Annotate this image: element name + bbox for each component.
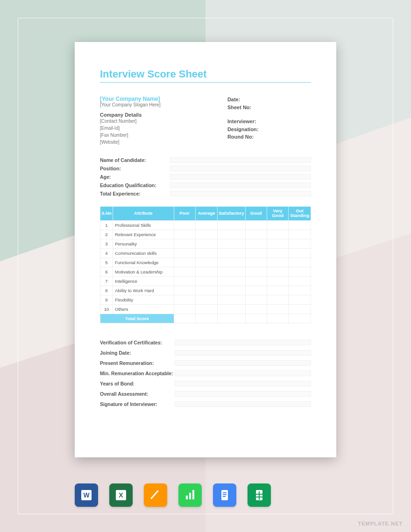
- field-input[interactable]: [175, 381, 311, 386]
- score-cell[interactable]: [174, 304, 195, 314]
- field-input[interactable]: [175, 350, 311, 356]
- score-cell[interactable]: [195, 248, 217, 258]
- cell-attribute: Relevant Experience: [113, 230, 174, 239]
- cell-attribute: Motivation & Leadership: [113, 267, 174, 276]
- score-cell[interactable]: [267, 258, 288, 267]
- score-cell[interactable]: [218, 230, 245, 239]
- field-label: Total Experience:: [100, 191, 170, 196]
- score-cell[interactable]: [174, 276, 195, 286]
- score-cell[interactable]: [289, 239, 311, 248]
- score-cell[interactable]: [195, 230, 217, 239]
- score-cell[interactable]: [267, 239, 288, 248]
- score-cell[interactable]: [218, 248, 245, 258]
- score-cell[interactable]: [245, 286, 267, 295]
- score-cell[interactable]: [289, 267, 311, 276]
- score-cell[interactable]: [174, 220, 195, 230]
- score-cell[interactable]: [245, 267, 267, 276]
- score-cell[interactable]: [289, 248, 311, 258]
- score-cell[interactable]: [218, 220, 245, 230]
- score-cell[interactable]: [174, 258, 195, 267]
- app-icons-row: WX: [75, 483, 271, 507]
- score-cell[interactable]: [195, 258, 217, 267]
- score-cell[interactable]: [218, 295, 245, 304]
- score-cell[interactable]: [289, 230, 311, 239]
- score-cell[interactable]: [289, 286, 311, 295]
- field-input[interactable]: [170, 191, 311, 196]
- table-header: S.No: [100, 207, 113, 221]
- score-cell[interactable]: [195, 304, 217, 314]
- score-cell[interactable]: [195, 276, 217, 286]
- form-field: Signature of Interviewer:: [100, 399, 311, 409]
- word-icon[interactable]: W: [75, 483, 98, 507]
- company-detail: [Website]: [100, 139, 209, 146]
- field-input[interactable]: [170, 182, 311, 188]
- score-cell[interactable]: [218, 276, 245, 286]
- field-input[interactable]: [175, 401, 311, 407]
- score-cell[interactable]: [245, 230, 267, 239]
- score-cell[interactable]: [289, 295, 311, 304]
- score-cell[interactable]: [267, 220, 288, 230]
- field-label: Min. Remuneration Acceptable:: [100, 371, 175, 376]
- score-cell[interactable]: [289, 276, 311, 286]
- table-header: Attribute: [113, 207, 174, 221]
- cell-sn: 4: [100, 248, 113, 258]
- table-row: 4Communication skills: [100, 248, 311, 258]
- candidate-fields: Name of Candidate:Position:Age:Education…: [100, 156, 311, 198]
- score-cell[interactable]: [195, 220, 217, 230]
- score-cell[interactable]: [267, 295, 288, 304]
- field-input[interactable]: [170, 157, 311, 163]
- cell-sn: 5: [100, 258, 113, 267]
- score-cell[interactable]: [174, 286, 195, 295]
- score-cell[interactable]: [195, 286, 217, 295]
- google-docs-icon[interactable]: [213, 483, 236, 507]
- field-input[interactable]: [175, 360, 311, 366]
- score-cell[interactable]: [245, 220, 267, 230]
- score-cell[interactable]: [218, 286, 245, 295]
- field-input[interactable]: [175, 340, 311, 345]
- score-cell[interactable]: [174, 248, 195, 258]
- excel-icon[interactable]: X: [109, 483, 133, 507]
- score-cell[interactable]: [245, 248, 267, 258]
- score-cell[interactable]: [289, 304, 311, 314]
- score-cell[interactable]: [218, 267, 245, 276]
- field-label: Present Remuneration:: [100, 360, 175, 366]
- score-cell[interactable]: [267, 286, 288, 295]
- score-cell[interactable]: [267, 248, 288, 258]
- score-cell[interactable]: [174, 295, 195, 304]
- score-cell[interactable]: [174, 267, 195, 276]
- score-cell[interactable]: [267, 276, 288, 286]
- field-label: Overall Assessment:: [100, 391, 175, 397]
- google-sheets-icon[interactable]: [248, 483, 271, 507]
- form-field: Total Experience:: [100, 189, 311, 198]
- score-cell[interactable]: [174, 230, 195, 239]
- score-cell[interactable]: [195, 267, 217, 276]
- form-field: Min. Remuneration Acceptable:: [100, 368, 311, 378]
- score-cell[interactable]: [289, 258, 311, 267]
- score-cell[interactable]: [218, 239, 245, 248]
- score-cell[interactable]: [218, 304, 245, 314]
- page-title: Interview Score Sheet: [100, 68, 311, 83]
- score-cell[interactable]: [267, 267, 288, 276]
- field-input[interactable]: [170, 166, 311, 171]
- score-cell[interactable]: [174, 239, 195, 248]
- field-input[interactable]: [175, 371, 311, 376]
- score-cell[interactable]: [245, 276, 267, 286]
- svg-rect-6: [192, 490, 194, 499]
- score-cell[interactable]: [218, 258, 245, 267]
- score-cell[interactable]: [245, 295, 267, 304]
- score-cell[interactable]: [195, 239, 217, 248]
- score-cell[interactable]: [245, 239, 267, 248]
- score-cell[interactable]: [289, 220, 311, 230]
- numbers-icon[interactable]: [178, 483, 202, 507]
- score-cell[interactable]: [245, 258, 267, 267]
- score-cell[interactable]: [245, 304, 267, 314]
- form-field: Position:: [100, 164, 311, 173]
- score-cell[interactable]: [267, 304, 288, 314]
- pages-icon[interactable]: [144, 483, 167, 507]
- field-input[interactable]: [175, 391, 311, 397]
- score-cell[interactable]: [267, 230, 288, 239]
- score-cell[interactable]: [195, 295, 217, 304]
- table-header: Average: [195, 207, 217, 221]
- cell-attribute: Functional Knowledge: [113, 258, 174, 267]
- field-input[interactable]: [170, 174, 311, 180]
